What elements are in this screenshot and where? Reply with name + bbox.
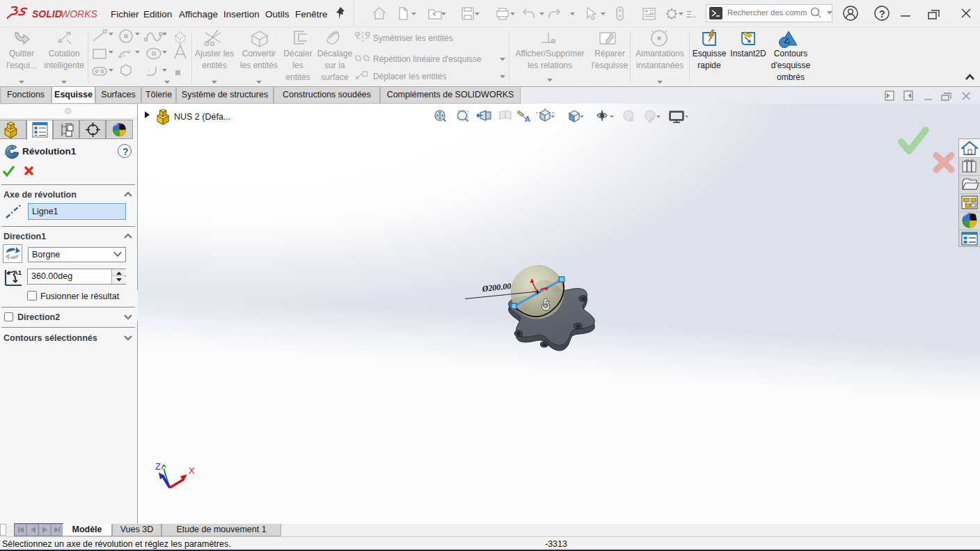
svg-text:l'esqui...: l'esqui...	[6, 61, 37, 70]
svg-text:entités: entités	[202, 61, 226, 70]
svg-text:SOLID: SOLID	[32, 8, 62, 19]
svg-text:Contours: Contours	[774, 49, 808, 58]
svg-text:Afficher/Supprimer: Afficher/Supprimer	[515, 49, 584, 58]
svg-text:ombrés: ombrés	[777, 72, 805, 82]
svg-text:A: A	[525, 115, 530, 123]
svg-text:Instant2D: Instant2D	[730, 49, 766, 58]
svg-text:Aimantations: Aimantations	[635, 49, 683, 58]
svg-text:WORKS: WORKS	[61, 8, 98, 19]
svg-text:NUS 2 (Défa...: NUS 2 (Défa...	[174, 112, 230, 122]
svg-text:instantanées: instantanées	[636, 61, 683, 70]
svg-text:rapide: rapide	[697, 61, 721, 70]
svg-text:Convertir: Convertir	[242, 49, 276, 58]
svg-text:Ξ..: Ξ..	[686, 10, 696, 19]
svg-text:les entités: les entités	[240, 61, 278, 70]
svg-text:d'esquisse: d'esquisse	[771, 61, 811, 70]
svg-text:entités: entités	[285, 72, 310, 82]
svg-text:Cotation: Cotation	[49, 49, 80, 58]
svg-text:Ajuster les: Ajuster les	[195, 49, 234, 58]
svg-text:surface: surface	[321, 72, 349, 82]
svg-text:Esquisse: Esquisse	[693, 49, 727, 58]
svg-text:les relations: les relations	[528, 61, 572, 70]
svg-text:Symétriser les entités: Symétriser les entités	[373, 33, 453, 43]
svg-text:A1: A1	[13, 269, 22, 276]
svg-text:Décaler: Décaler	[283, 49, 312, 58]
svg-text:Répétition linéaire d'esquisse: Répétition linéaire d'esquisse	[373, 54, 482, 64]
svg-text:Ø200.00: Ø200.00	[481, 281, 512, 294]
svg-text:?: ?	[879, 8, 885, 19]
svg-text:l'esquisse: l'esquisse	[592, 61, 629, 70]
svg-text:Z: Z	[155, 461, 161, 472]
svg-text:Décalage: Décalage	[317, 49, 353, 58]
svg-text:Déplacer les entités: Déplacer les entités	[373, 72, 446, 81]
svg-text:Réparer: Réparer	[594, 49, 624, 58]
svg-text:sur la: sur la	[324, 61, 345, 70]
svg-text:X: X	[189, 465, 195, 476]
svg-text:intelligente: intelligente	[44, 61, 84, 70]
svg-text:les: les	[292, 61, 303, 70]
svg-text:Quitter: Quitter	[9, 49, 34, 58]
